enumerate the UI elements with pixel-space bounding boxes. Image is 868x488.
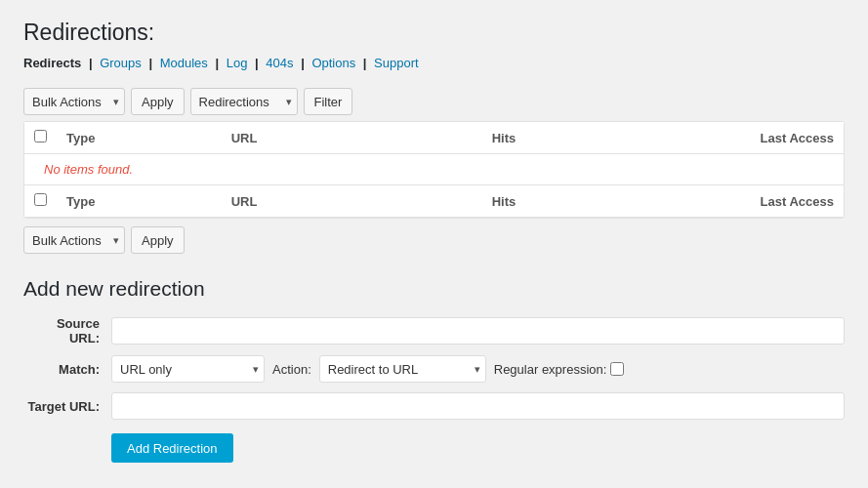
target-url-input[interactable]: [111, 392, 845, 420]
nav-item-groups[interactable]: Groups: [100, 56, 142, 70]
regex-label: Regular expression:: [494, 362, 625, 377]
match-label: Match:: [23, 362, 111, 377]
bulk-actions-top-select[interactable]: Bulk Actions: [23, 88, 125, 115]
regex-checkbox[interactable]: [610, 362, 624, 376]
source-url-row: Source URL:: [23, 316, 845, 346]
nav-item-support[interactable]: Support: [374, 56, 419, 70]
no-items-cell: No items found.: [24, 154, 844, 185]
no-items-row: No items found.: [24, 154, 844, 185]
add-button-row: Add Redirection: [23, 429, 845, 463]
match-action-wrap: URL only URL and referrer URL and user a…: [111, 355, 624, 383]
match-row: Match: URL only URL and referrer URL and…: [23, 355, 845, 383]
bulk-actions-bottom-select[interactable]: Bulk Actions: [23, 226, 125, 254]
table-footer-header-row: Type URL Hits Last Access: [24, 185, 844, 218]
col-last-access-footer: Last Access: [525, 185, 844, 218]
bulk-actions-top-wrap: Bulk Actions: [23, 88, 125, 115]
source-url-label: Source URL:: [23, 316, 111, 346]
action-select[interactable]: Redirect to URL Redirect to random post …: [319, 355, 486, 383]
page-title: Redirections:: [23, 20, 845, 46]
col-hits-header: Hits: [377, 122, 525, 154]
col-url-header: URL: [222, 122, 378, 154]
col-last-access-header: Last Access: [525, 122, 844, 154]
filter-button[interactable]: Filter: [304, 88, 353, 115]
match-select-wrap: URL only URL and referrer URL and user a…: [111, 355, 265, 383]
redirections-table-wrap: Type URL Hits Last Access No items found…: [23, 121, 845, 219]
source-url-input[interactable]: [111, 317, 845, 345]
action-label-text: Action:: [272, 362, 311, 377]
add-redirection-button[interactable]: Add Redirection: [111, 433, 233, 463]
target-url-label: Target URL:: [23, 399, 111, 414]
nav-item-log[interactable]: Log: [227, 56, 248, 70]
apply-top-button[interactable]: Apply: [131, 88, 185, 115]
target-url-row: Target URL:: [23, 392, 845, 420]
col-type-header: Type: [57, 122, 222, 154]
redirections-select-wrap: Redirections: [190, 88, 298, 115]
add-redirection-section: Add new redirection Source URL: Match: U…: [23, 277, 845, 463]
match-select[interactable]: URL only URL and referrer URL and user a…: [111, 355, 265, 383]
col-hits-footer: Hits: [377, 185, 525, 218]
select-all-bottom-checkbox[interactable]: [34, 193, 47, 206]
col-check-bottom: [24, 185, 57, 218]
col-check: [24, 122, 57, 154]
nav-item-redirects[interactable]: Redirects: [23, 56, 81, 70]
col-type-footer: Type: [57, 185, 222, 218]
redirections-select[interactable]: Redirections: [190, 88, 298, 115]
no-items-message: No items found.: [34, 152, 143, 186]
bulk-actions-bottom-wrap: Bulk Actions: [23, 226, 125, 254]
table-header-row: Type URL Hits Last Access: [24, 122, 844, 154]
nav-bar: Redirects | Groups | Modules | Log | 404…: [23, 56, 845, 70]
apply-bottom-button[interactable]: Apply: [131, 226, 185, 254]
regex-label-text: Regular expression:: [494, 362, 607, 377]
select-all-top-checkbox[interactable]: [34, 130, 47, 142]
nav-item-options[interactable]: Options: [311, 56, 355, 70]
redirections-table: Type URL Hits Last Access No items found…: [24, 122, 844, 218]
nav-item-modules[interactable]: Modules: [160, 56, 208, 70]
nav-item-404s[interactable]: 404s: [266, 56, 293, 70]
add-section-title: Add new redirection: [23, 277, 845, 301]
action-select-wrap: Redirect to URL Redirect to random post …: [319, 355, 486, 383]
toolbar-top: Bulk Actions Apply Redirections Filter: [23, 82, 845, 121]
toolbar-bottom: Bulk Actions Apply: [23, 219, 845, 254]
col-url-footer: URL: [222, 185, 378, 218]
